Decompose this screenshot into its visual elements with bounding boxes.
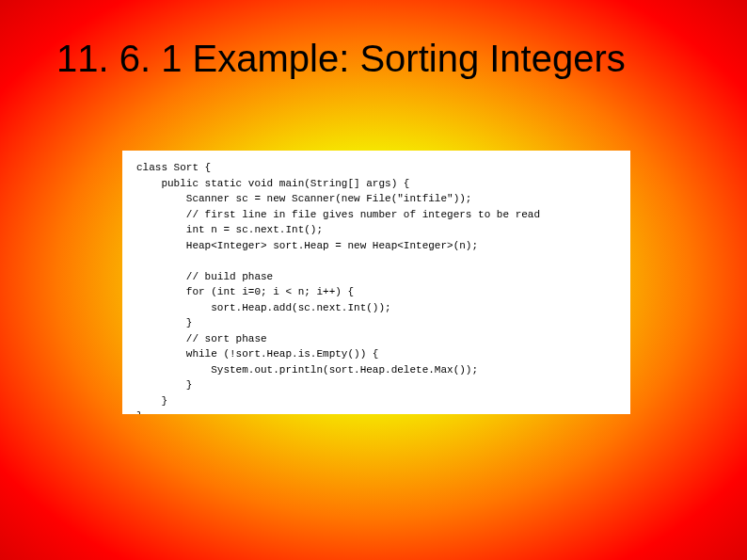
code-line: System.out.println(sort.Heap.delete.Max(… (136, 364, 478, 376)
code-line: // sort phase (136, 333, 267, 344)
code-line: sort.Heap.add(sc.next.Int()); (136, 302, 391, 313)
code-block: class Sort { public static void main(Str… (122, 151, 630, 414)
slide-container: 11. 6. 1 Example: Sorting Integers class… (0, 0, 747, 560)
code-line: int n = sc.next.Int(); (136, 224, 323, 235)
code-line: for (int i=0; i < n; i++) { (136, 286, 354, 297)
code-line: public static void main(String[] args) { (136, 178, 409, 189)
code-line: // first line in file gives number of in… (136, 209, 540, 220)
code-line: Heap<Integer> sort.Heap = new Heap<Integ… (136, 240, 478, 251)
code-line: } (136, 317, 192, 328)
code-line: class Sort { (136, 162, 211, 173)
code-line: while (!sort.Heap.is.Empty()) { (136, 348, 378, 360)
code-line: Scanner sc = new Scanner(new File("intfi… (136, 193, 471, 204)
code-line: } (136, 379, 192, 391)
code-line: // build phase (136, 271, 273, 282)
code-line: } (136, 395, 167, 407)
slide-title: 11. 6. 1 Example: Sorting Integers (56, 38, 626, 80)
code-line: } (136, 410, 143, 414)
